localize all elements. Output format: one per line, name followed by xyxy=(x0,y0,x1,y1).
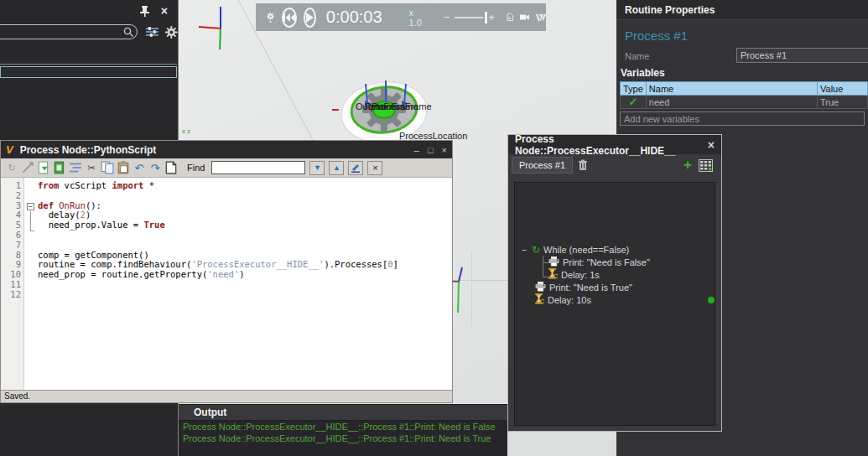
export-pdf-icon[interactable]: A xyxy=(507,10,513,24)
process-executor-window: Process Node::ProcessExecutor__HIDE__ × … xyxy=(507,134,722,432)
code-line: 10need_prop = routine.getProperty('need'… xyxy=(1,270,452,280)
maximize-button[interactable]: □ xyxy=(428,145,434,155)
statement-label: While (need==False) xyxy=(543,245,629,255)
search-icon xyxy=(123,27,133,37)
speed-slider-handle[interactable] xyxy=(485,12,487,23)
simulation-time: 0:00:03 xyxy=(326,8,382,27)
format-icon[interactable] xyxy=(69,161,82,174)
highlight-all-button[interactable] xyxy=(348,161,363,175)
col-type[interactable]: Type xyxy=(621,82,647,96)
output-log[interactable]: Process Node::ProcessExecutor__HIDE__::P… xyxy=(179,421,507,444)
minimize-button[interactable]: – xyxy=(414,145,419,155)
variable-value[interactable]: True xyxy=(818,96,868,109)
variables-table-header[interactable]: Type Name Value xyxy=(621,82,868,96)
output-header[interactable]: Output xyxy=(179,405,507,421)
code-line: 5 need_prop.Value = True xyxy=(1,220,452,231)
panel-divider xyxy=(0,64,177,65)
find-next-button[interactable]: ▼ xyxy=(309,161,325,175)
editor-status-bar: Saved. xyxy=(1,390,452,402)
statement-label: Delay: 1s xyxy=(561,270,600,280)
code-line: 11 xyxy=(1,280,452,290)
find-input[interactable] xyxy=(211,161,305,174)
speed-decrease-button[interactable]: − xyxy=(444,11,450,23)
close-icon[interactable]: × xyxy=(708,138,715,152)
executor-title: Process Node::ProcessExecutor__HIDE__ xyxy=(515,133,708,157)
trace-icon[interactable] xyxy=(21,161,34,174)
statement-row[interactable]: −↻While (need==False) xyxy=(522,243,629,256)
close-button[interactable]: × xyxy=(442,145,447,155)
export-script-icon[interactable] xyxy=(53,161,66,174)
tree-connector-line xyxy=(543,256,543,277)
play-button[interactable] xyxy=(304,8,316,28)
col-name[interactable]: Name xyxy=(646,82,817,96)
close-icon[interactable]: × xyxy=(161,4,168,18)
simulation-speed: x 1.0 xyxy=(409,8,422,28)
line-number: 2 xyxy=(1,191,21,201)
speed-increase-button[interactable]: + xyxy=(488,11,495,23)
svg-text:A: A xyxy=(508,16,511,20)
delay-icon xyxy=(548,268,558,281)
statement-row[interactable]: Delay: 10s xyxy=(535,293,591,306)
output-line: Process Node::ProcessExecutor__HIDE__::P… xyxy=(179,421,507,433)
routine-properties-titlebar: Routine Properties xyxy=(616,0,868,20)
xz-axis-label: xz xyxy=(182,127,192,135)
clear-find-button[interactable]: × xyxy=(367,161,382,175)
frame-label: ProcessFrame xyxy=(372,101,432,111)
playback-toolbar: 0:00:03 x 1.0 − + A xyxy=(256,3,546,31)
record-video-icon[interactable] xyxy=(520,12,529,23)
add-process-button[interactable]: + xyxy=(683,157,692,174)
cut-icon[interactable]: ✂ xyxy=(85,161,98,174)
redo-icon[interactable]: ↷ xyxy=(148,161,162,174)
name-field-row: Name xyxy=(616,48,868,65)
process-title: Process #1 xyxy=(625,28,868,43)
check-icon: ✓ xyxy=(628,96,637,108)
tab-process-1[interactable]: Process #1 xyxy=(512,157,573,174)
paste-icon[interactable] xyxy=(117,161,130,174)
name-input[interactable] xyxy=(736,48,868,63)
statement-row[interactable]: Delay: 1s xyxy=(548,268,600,281)
code-line: 6 xyxy=(1,231,452,241)
delay-icon xyxy=(535,293,544,306)
col-value[interactable]: Value xyxy=(818,82,868,96)
selected-tree-item[interactable] xyxy=(0,66,177,78)
find-previous-button[interactable]: ▲ xyxy=(329,161,344,175)
variable-row[interactable]: ✓needTrue xyxy=(621,96,868,109)
settings-gear-icon[interactable] xyxy=(165,26,178,39)
executor-titlebar[interactable]: Process Node::ProcessExecutor__HIDE__ × xyxy=(508,135,721,154)
copy-icon[interactable] xyxy=(101,161,114,174)
grid-view-icon[interactable] xyxy=(699,159,713,172)
vc-logo-icon xyxy=(536,11,546,24)
statement-row[interactable]: Print: "Need is False" xyxy=(548,256,650,268)
search-input[interactable] xyxy=(0,24,138,39)
panel-header: × xyxy=(0,0,178,22)
line-number: 12 xyxy=(1,290,21,300)
orientation-axis-triad xyxy=(187,3,226,52)
reset-simulation-button[interactable] xyxy=(282,8,297,28)
code-line: 12 xyxy=(1,290,452,300)
add-variable-input[interactable]: Add new variables xyxy=(620,111,865,126)
undo-icon[interactable]: ↶ xyxy=(133,161,146,174)
import-script-icon[interactable] xyxy=(37,161,50,174)
simulation-settings-gear-icon[interactable] xyxy=(266,8,275,28)
refresh-icon[interactable]: ↻ xyxy=(5,161,18,174)
code-line: 1from vcScript import * xyxy=(1,181,452,191)
output-panel: Output Process Node::ProcessExecutor__HI… xyxy=(179,404,507,456)
variable-name[interactable]: need xyxy=(646,96,817,109)
pin-icon[interactable] xyxy=(140,6,149,17)
python-editor-toolbar: ↻ ✂ ↶ ↷ Find ▼ ▲ × xyxy=(1,158,452,178)
python-window-title: Process Node::PythonScript xyxy=(20,144,406,156)
code-editor[interactable]: − 1from vcScript import *23def OnRun():4… xyxy=(1,178,452,390)
delete-process-trash-icon[interactable] xyxy=(578,159,588,171)
statement-row[interactable]: Print: "Need is True" xyxy=(535,281,632,293)
statement-tree[interactable]: −↻While (need==False)Print: "Need is Fal… xyxy=(514,182,715,426)
executor-tab-row: Process #1 + xyxy=(508,154,721,176)
python-window-titlebar[interactable]: V Process Node::PythonScript – □ × xyxy=(1,141,452,158)
speed-slider[interactable] xyxy=(455,12,483,23)
statement-label: Delay: 10s xyxy=(548,295,591,305)
filter-icon[interactable] xyxy=(146,27,159,37)
print-icon xyxy=(535,282,546,293)
python-script-window: V Process Node::PythonScript – □ × ↻ ✂ ↶… xyxy=(0,140,453,403)
collapse-expander-icon[interactable]: − xyxy=(522,245,528,255)
variables-table: Type Name Value ✓needTrue xyxy=(620,81,868,109)
new-page-icon[interactable] xyxy=(164,161,178,174)
